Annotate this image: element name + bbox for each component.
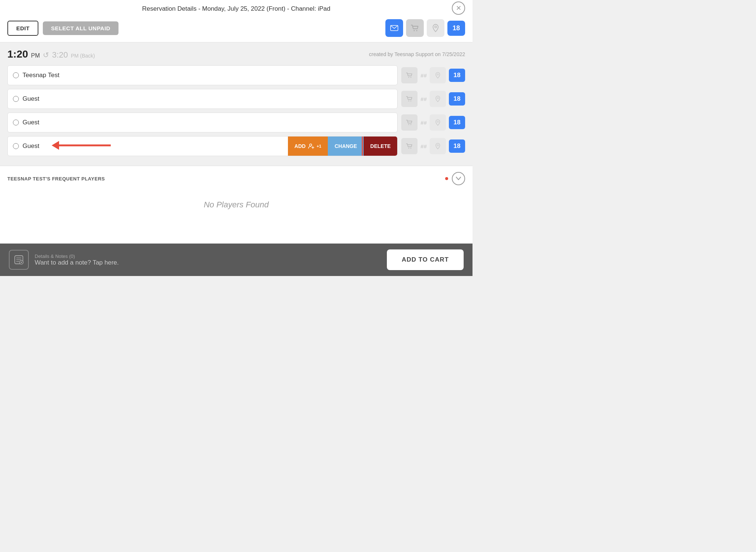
player-2-name: Guest	[23, 95, 392, 103]
end-period: PM (Back)	[71, 53, 95, 59]
location-small-icon	[435, 143, 440, 149]
player-row: Teesnap Test ##	[7, 65, 465, 85]
add-suffix: +1	[317, 144, 322, 148]
end-time: 3:20	[52, 50, 68, 60]
edit-button[interactable]: EDIT	[7, 21, 38, 36]
player-1-name: Teesnap Test	[23, 72, 392, 79]
svg-point-6	[437, 74, 439, 75]
location-small-icon	[435, 96, 440, 102]
reservation-section: 1:20 PM ↺ 3:20 PM (Back) created by Tees…	[0, 42, 472, 162]
svg-point-18	[409, 148, 409, 148]
close-button[interactable]: ✕	[452, 1, 465, 15]
cart-button[interactable]	[406, 19, 424, 37]
svg-point-8	[410, 100, 411, 101]
player-4-radio[interactable]	[13, 143, 19, 149]
svg-point-1	[413, 30, 415, 31]
select-all-unpaid-button[interactable]: SELECT ALL UNPAID	[43, 21, 118, 35]
main-content: 1:20 PM ↺ 3:20 PM (Back) created by Tees…	[0, 42, 472, 244]
delete-button[interactable]: DELETE	[364, 137, 397, 156]
player-3-hash: ##	[420, 120, 427, 126]
expand-button[interactable]	[452, 172, 465, 185]
start-period: PM	[31, 52, 40, 59]
time-row: 1:20 PM ↺ 3:20 PM (Back) created by Tees…	[7, 48, 465, 60]
add-to-cart-button[interactable]: ADD TO CART	[387, 249, 464, 270]
email-icon	[390, 25, 398, 31]
svg-point-2	[416, 30, 417, 31]
player-1-radio[interactable]	[13, 72, 19, 78]
svg-point-7	[409, 100, 409, 101]
player-1-hash: ##	[420, 72, 427, 79]
player-4-location	[430, 138, 446, 154]
player-2-hash: ##	[420, 96, 427, 102]
notes-icon-button[interactable]	[9, 250, 29, 270]
svg-point-10	[409, 124, 409, 125]
toolbar-left: EDIT SELECT ALL UNPAID	[7, 21, 118, 36]
add-player-button[interactable]: ADD +1	[288, 137, 328, 156]
player-2-cart-icon[interactable]	[401, 91, 417, 107]
notes-icon	[14, 255, 24, 265]
player-actions: ADD +1 CHANGE DELETE	[288, 137, 398, 156]
cart-small-icon	[406, 143, 413, 149]
email-button[interactable]	[385, 19, 403, 37]
refresh-icon: ↺	[43, 51, 49, 59]
time-left: 1:20 PM ↺ 3:20 PM (Back)	[7, 48, 95, 60]
player-1-hole: 18	[449, 69, 465, 82]
cart-icon	[410, 24, 419, 32]
notification-dot	[445, 177, 448, 180]
player-2-hole: 18	[449, 92, 465, 106]
svg-point-4	[409, 77, 409, 77]
player-2-radio[interactable]	[13, 96, 19, 102]
location-small-icon	[435, 72, 440, 79]
player-1-cart-icon[interactable]	[401, 67, 417, 83]
created-by-text: created by Teesnap Support on 7/25/2022	[369, 51, 465, 57]
change-button[interactable]: CHANGE	[328, 137, 364, 156]
page-wrapper: Reservation Details - Monday, July 25, 2…	[0, 0, 472, 276]
location-button[interactable]	[427, 19, 444, 37]
svg-point-9	[437, 97, 439, 99]
player-4-cart-icon[interactable]	[401, 138, 417, 154]
svg-point-3	[434, 26, 436, 28]
title-row: Reservation Details - Monday, July 25, 2…	[7, 0, 465, 16]
svg-point-19	[410, 148, 411, 148]
hole-badge-header: 18	[447, 21, 465, 36]
player-4-hash: ##	[420, 143, 427, 149]
cart-small-icon	[406, 120, 413, 125]
player-3-input[interactable]: Guest	[7, 113, 398, 132]
player-3-radio[interactable]	[13, 120, 19, 125]
cart-small-icon	[406, 96, 413, 102]
svg-point-12	[437, 121, 439, 123]
player-4-input[interactable]: Guest ADD +1	[7, 136, 398, 156]
page-title: Reservation Details - Monday, July 25, 2…	[142, 5, 330, 13]
add-label: ADD	[295, 143, 306, 149]
toolbar-right: 18	[385, 19, 465, 37]
toolbar-row: EDIT SELECT ALL UNPAID	[7, 16, 465, 42]
player-3-cart-icon[interactable]	[401, 114, 417, 131]
location-small-icon	[435, 119, 440, 126]
player-4-hole: 18	[449, 139, 465, 153]
player-1-input[interactable]: Teesnap Test	[7, 65, 398, 85]
chevron-down-icon	[456, 177, 461, 180]
player-1-side-icons: ## 18	[401, 67, 465, 83]
no-players-text: No Players Found	[7, 185, 465, 224]
svg-point-20	[437, 145, 439, 146]
start-time: 1:20	[7, 48, 28, 60]
tap-here-text[interactable]: Want to add a note? Tap here.	[35, 259, 119, 266]
player-3-side-icons: ## 18	[401, 114, 465, 131]
frequent-header-right	[445, 172, 465, 185]
footer: Details & Notes (0) Want to add a note? …	[0, 244, 472, 276]
svg-point-11	[410, 124, 411, 125]
player-2-side-icons: ## 18	[401, 91, 465, 107]
location-icon	[432, 24, 439, 32]
footer-left: Details & Notes (0) Want to add a note? …	[9, 250, 119, 270]
svg-point-15	[309, 144, 312, 146]
player-1-location	[430, 67, 446, 83]
player-2-input[interactable]: Guest	[7, 89, 398, 109]
frequent-section: TEESNAP TEST'S FREQUENT PLAYERS No Playe…	[0, 166, 472, 244]
cart-small-icon	[406, 72, 413, 78]
frequent-title: TEESNAP TEST'S FREQUENT PLAYERS	[7, 176, 105, 182]
person-plus-icon	[308, 143, 315, 149]
notes-label: Details & Notes (0)	[35, 253, 119, 259]
player-row: Guest ##	[7, 113, 465, 132]
player-3-hole: 18	[449, 116, 465, 129]
player-row: Guest ##	[7, 89, 465, 109]
